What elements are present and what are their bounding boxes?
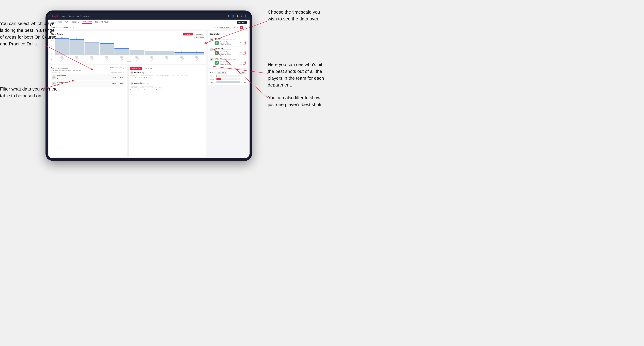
pa-stats-row-2: Tournament Practice GTT APP ARG PUTT bbox=[130, 87, 205, 88]
right-panel: Best Shots All Shots All Players MM Matt… bbox=[208, 31, 248, 157]
pa-practice-sub-1: Tournament Practice bbox=[141, 75, 153, 76]
bar-6 bbox=[144, 51, 159, 55]
shot-details-2: 200 SG Shot Dist: 43 ydsStart Lie: Rough… bbox=[214, 51, 246, 55]
edit-icon[interactable]: ✏️ bbox=[72, 26, 74, 28]
shots-filter[interactable]: All Shots bbox=[220, 33, 227, 35]
tab-most-active[interactable]: Most Active bbox=[130, 67, 142, 70]
pa-practice-label-1: Practice bbox=[149, 75, 153, 76]
lb-header-pb: PB SCORE bbox=[111, 72, 118, 73]
tab-team-clippd[interactable]: Team Clippd bbox=[82, 21, 92, 24]
bar-group-9: 2LL. Robertson bbox=[189, 51, 204, 60]
leaderboard-name: PUTT Must Make Putting (3-6 ft), Last 3 … bbox=[51, 70, 126, 71]
pa-practice-acts-label-1: Total Practice Activities bbox=[157, 75, 169, 76]
shots-players-filter[interactable]: All Players bbox=[238, 33, 246, 35]
bar-avatar-2: D bbox=[90, 56, 94, 59]
score-label-birdies: Birdies bbox=[210, 78, 216, 80]
search-icon[interactable]: 🔍 bbox=[228, 15, 230, 17]
pa-app-label-1: APP bbox=[176, 75, 179, 76]
person-icon[interactable]: 👤 bbox=[232, 15, 234, 17]
shot-info-1: Matt Miller 09 Jun 2023 · Royal North De… bbox=[214, 37, 246, 45]
scoring-players-filter[interactable]: All Players bbox=[238, 71, 246, 74]
annotation-top-right: Choose the timescale you wish to see the… bbox=[268, 9, 326, 22]
score-val-pars: 499 bbox=[241, 81, 246, 83]
bar-value-8: 2 bbox=[182, 51, 182, 52]
shot-badge-2: 200 SG bbox=[214, 51, 219, 55]
tab-pga[interactable]: PGA bbox=[64, 21, 68, 23]
shot-details-1: 200 SG Shot Dist: 67 ydsStart Lie: Rough… bbox=[214, 41, 246, 45]
tab-all-players[interactable]: All Players bbox=[101, 21, 110, 23]
annotation-bottom-right-1: Here you can see who's hit the best shot… bbox=[268, 61, 326, 88]
bar-3 bbox=[100, 43, 114, 55]
view-grid-large[interactable]: ⊞ bbox=[232, 26, 236, 29]
shot-details-3: 198 SG Shot Dist: 16 ydsStart Lie: Rough… bbox=[214, 61, 246, 65]
y-label-0: 0 bbox=[51, 59, 52, 60]
avatar-icon[interactable]: 👤 bbox=[244, 15, 247, 17]
nav-performance[interactable]: My Performance bbox=[76, 15, 91, 17]
bar-7 bbox=[160, 51, 174, 55]
view-settings[interactable]: ≡ bbox=[244, 26, 247, 29]
tab-least-active[interactable]: Least Active bbox=[142, 67, 154, 70]
lb-row-1: RB Richard Butler 1 19/20 110 bbox=[51, 74, 126, 80]
tab-hcaps[interactable]: Hcaps 1-5 bbox=[71, 21, 79, 23]
shot-course-2: 23 Jul 2023 · Ashridge GC, Hole 15 bbox=[214, 49, 246, 50]
pa-practice-val-1: 6 bbox=[135, 77, 136, 79]
shot-dist-text-3: Shot Dist: 16 ydsStart Lie: RoughEnd Lie… bbox=[220, 61, 238, 65]
nav-home[interactable]: Home bbox=[61, 15, 66, 17]
bar-group-2: 10DD. Ford bbox=[84, 40, 99, 60]
shot-item-2: BM Blair McHarg 23 Jul 2023 · Ashridge G… bbox=[210, 46, 246, 56]
score-row-pars: Pars 499 bbox=[210, 81, 246, 83]
scoring-filter[interactable]: Par 3, 4 & 5s bbox=[217, 71, 227, 74]
shot-dist-info-1: Shot Dist: 67 ydsStart Lie: RoughEnd Lie… bbox=[220, 41, 238, 45]
view-heart[interactable]: ♥ bbox=[240, 26, 243, 29]
tablet-frame: clippd Home Teams My Performance 🔍 👤 🔔 ⊕… bbox=[46, 10, 252, 161]
shot-yds-1: 67 yds bbox=[239, 41, 242, 45]
main-content: Player Activity On Course Practice Drill… bbox=[48, 30, 250, 158]
shot-yds-boxes-2: 43 yds 0 yds bbox=[239, 51, 246, 55]
pa-name-2: Rees Britt bbox=[134, 82, 142, 84]
shot-chevron-3[interactable]: › bbox=[246, 57, 246, 59]
add-icon[interactable]: ⊕ bbox=[240, 15, 242, 17]
lb-header-avg: PB AVG SQ bbox=[118, 72, 125, 73]
bar-value-0: 13 bbox=[61, 37, 62, 38]
pa-arg-val-2: 0 bbox=[156, 89, 156, 91]
tab-on-course[interactable]: On Course bbox=[183, 33, 193, 35]
chart-filter[interactable]: Total Rounds bbox=[194, 36, 205, 39]
tab-practice-drills[interactable]: Practice Drills bbox=[194, 33, 205, 35]
show-select[interactable]: Last 3 months bbox=[220, 26, 231, 29]
score-val-eagles: 3 bbox=[241, 75, 246, 77]
practice-filter[interactable]: PUTT Must Make Putting... bbox=[109, 67, 126, 69]
shot-dist-info-3: Shot Dist: 16 ydsStart Lie: RoughEnd Lie… bbox=[220, 61, 238, 65]
score-bar-eagles-wrap bbox=[216, 75, 240, 77]
shot-badge-3: 198 SG bbox=[214, 61, 219, 65]
view-grid-small[interactable]: ⊟ bbox=[236, 26, 240, 29]
annotation-bottom-right-2: You can also filter to show just one pla… bbox=[268, 94, 326, 108]
annotation-bottom-left: Filter what data you wish the table to b… bbox=[0, 86, 58, 99]
bar-4 bbox=[114, 48, 129, 55]
shot-chevron-1[interactable]: › bbox=[246, 37, 246, 39]
pa-app-val-2: 0 bbox=[150, 89, 151, 91]
shot-yds-2: 43 yds bbox=[239, 51, 242, 55]
lb-player-name-2: Edward Crossman bbox=[57, 81, 111, 83]
best-shots-card: Best Shots All Shots All Players MM Matt… bbox=[208, 31, 248, 68]
shot-item-3: DF David Ford 24 Aug 2023 · Royal North … bbox=[210, 56, 246, 66]
pa-tournament-val-1: 7 bbox=[130, 77, 132, 79]
pa-gtt-label-1: GTT bbox=[173, 75, 175, 76]
shot-yds-zero-2: 0 yds bbox=[243, 51, 246, 55]
pa-acts-sub-2: GTT APP ARG PUTT bbox=[148, 87, 162, 88]
shots-title: Best Shots bbox=[210, 33, 219, 35]
add-team-button[interactable]: Add Team bbox=[237, 21, 247, 24]
nav-teams[interactable]: Teams bbox=[68, 15, 74, 17]
shot-avatar-3: DF bbox=[210, 57, 214, 61]
shot-chevron-2[interactable]: › bbox=[246, 47, 246, 49]
pa-vals-row-2: 8 4 0 0 0 0 bbox=[130, 89, 205, 91]
bar-group-1: 12RR. Britt bbox=[70, 38, 84, 60]
pa-putt-val-2: 0 bbox=[162, 89, 162, 91]
bars-area: 13BB. McHarg12RR. Britt10DD. Ford9JJ. Co… bbox=[54, 39, 205, 62]
pa-rounds-label-2: Total Rounds bbox=[130, 85, 138, 87]
tab-tour[interactable]: Tour bbox=[95, 21, 98, 23]
bar-8 bbox=[174, 52, 189, 55]
bell-icon[interactable]: 🔔 bbox=[236, 15, 239, 17]
pa-gtt-val-1: 0 bbox=[139, 77, 140, 79]
score-val-birdies: 96 bbox=[241, 78, 246, 80]
bar-group-5: 4DD. Billingham bbox=[130, 48, 144, 60]
